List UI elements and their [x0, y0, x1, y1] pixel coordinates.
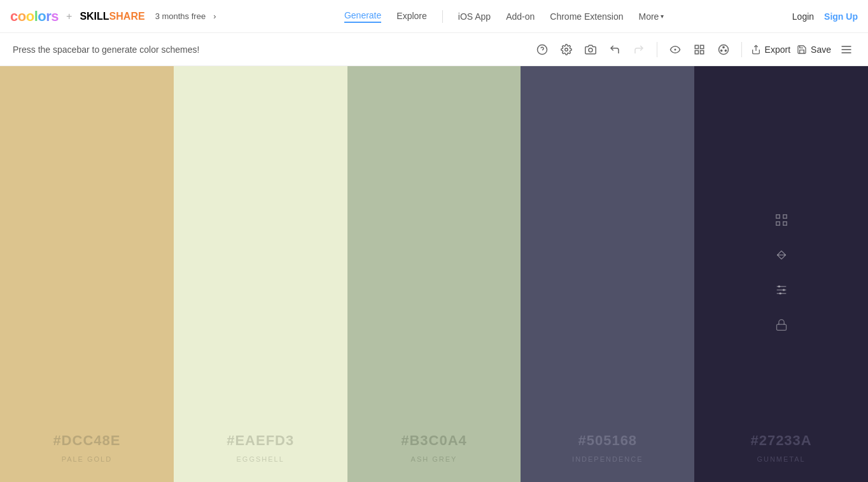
grid-icon[interactable] — [690, 41, 708, 59]
color-name-4: GUNMETAL — [757, 455, 805, 463]
color-swatch-3[interactable]: #505168 INDEPENDENCE — [521, 66, 694, 482]
svg-point-3 — [589, 48, 592, 52]
skillshare-logo[interactable]: SKILLSHARE — [80, 11, 144, 22]
svg-rect-5 — [695, 45, 698, 48]
swatch-controls — [694, 213, 868, 335]
color-hex-2: #B3C0A4 — [401, 432, 467, 449]
lock-swatch-icon[interactable] — [775, 318, 788, 335]
toolbar-icons: Export Save — [533, 41, 855, 59]
resize-swatch-icon[interactable] — [774, 248, 788, 265]
svg-point-4 — [675, 49, 676, 50]
color-hex-1: #EAEFD3 — [227, 432, 294, 449]
palette-icon[interactable] — [715, 41, 732, 59]
svg-rect-28 — [776, 324, 786, 330]
svg-point-10 — [722, 46, 724, 48]
header: coolors + SKILLSHARE 3 months free › Gen… — [0, 0, 868, 33]
svg-rect-8 — [700, 50, 703, 53]
nav-addon[interactable]: Add-on — [506, 11, 535, 22]
color-hex-3: #505168 — [578, 432, 637, 449]
toolbar: Press the spacebar to generate color sch… — [0, 33, 868, 66]
svg-point-27 — [779, 293, 781, 295]
toolbar-divider-2 — [741, 42, 742, 57]
color-swatch-0[interactable]: #DCC48E PALE GOLD — [0, 66, 174, 482]
promo-text[interactable]: 3 months free — [155, 11, 206, 21]
export-button[interactable]: Export — [751, 45, 790, 55]
nav-explore[interactable]: Explore — [396, 11, 426, 22]
main-nav: Generate Explore iOS App Add-on Chrome E… — [344, 10, 664, 23]
nav-more[interactable]: More ▾ — [638, 11, 664, 22]
svg-rect-20 — [783, 222, 787, 226]
signup-button[interactable]: Sign Up — [824, 11, 858, 22]
color-palette: #DCC48E PALE GOLD #EAEFD3 EGGSHELL #B3C0… — [0, 66, 868, 482]
camera-icon[interactable] — [582, 41, 599, 59]
color-hex-4: #27233A — [750, 432, 811, 449]
nav-generate[interactable]: Generate — [344, 10, 381, 23]
chevron-down-icon: ▾ — [661, 13, 664, 20]
svg-point-25 — [778, 286, 780, 288]
color-hex-0: #DCC48E — [53, 432, 120, 449]
settings-icon[interactable] — [557, 41, 575, 59]
svg-rect-6 — [700, 45, 703, 48]
auth-area: Login Sign Up — [792, 11, 858, 22]
nav-chrome-extension[interactable]: Chrome Extension — [550, 11, 623, 22]
menu-icon[interactable] — [837, 41, 855, 59]
svg-rect-18 — [783, 215, 787, 219]
redo-icon[interactable] — [630, 41, 648, 59]
coolors-logo[interactable]: coolors — [10, 8, 59, 25]
color-name-0: PALE GOLD — [62, 455, 113, 463]
color-name-1: EGGSHELL — [237, 455, 284, 463]
promo-arrow: › — [213, 11, 216, 21]
color-swatch-1[interactable]: #EAEFD3 EGGSHELL — [174, 66, 347, 482]
color-name-3: INDEPENDENCE — [572, 455, 643, 463]
logo-area: coolors + SKILLSHARE 3 months free › — [10, 8, 216, 25]
toolbar-hint: Press the spacebar to generate color sch… — [13, 45, 526, 55]
svg-rect-7 — [695, 50, 698, 53]
svg-point-12 — [720, 50, 722, 51]
undo-icon[interactable] — [606, 41, 624, 59]
color-swatch-2[interactable]: #B3C0A4 ASH GREY — [347, 66, 521, 482]
color-name-2: ASH GREY — [411, 455, 458, 463]
svg-rect-17 — [776, 215, 780, 219]
export-label: Export — [765, 45, 790, 55]
svg-rect-19 — [776, 222, 780, 226]
svg-point-2 — [564, 48, 568, 51]
view-icon[interactable] — [666, 41, 684, 59]
toolbar-divider-1 — [657, 42, 657, 57]
svg-point-26 — [782, 289, 785, 291]
nav-ios-app[interactable]: iOS App — [458, 11, 491, 22]
color-swatch-4[interactable]: #27233A GUNMETAL — [694, 66, 868, 482]
grid-swatch-icon[interactable] — [774, 213, 788, 230]
svg-point-11 — [725, 50, 726, 51]
nav-separator — [442, 10, 443, 23]
login-button[interactable]: Login — [792, 11, 814, 22]
logo-plus: + — [66, 11, 72, 22]
save-label: Save — [811, 45, 831, 55]
help-icon[interactable] — [533, 41, 551, 59]
save-button[interactable]: Save — [797, 45, 831, 55]
adjust-swatch-icon[interactable] — [774, 283, 788, 300]
